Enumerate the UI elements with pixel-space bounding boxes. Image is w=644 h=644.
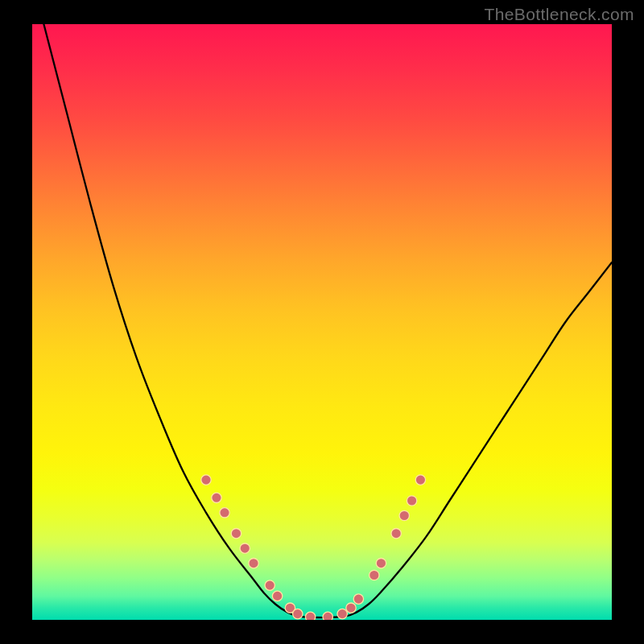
chart-svg — [32, 24, 612, 620]
data-marker — [323, 612, 332, 620]
data-marker — [249, 559, 258, 568]
data-marker — [399, 510, 409, 520]
data-marker — [212, 493, 221, 502]
data-marker — [265, 580, 275, 590]
data-marker — [407, 496, 416, 506]
data-marker — [353, 594, 363, 604]
chart-plot-area — [32, 24, 612, 620]
data-marker — [231, 529, 241, 539]
data-marker — [376, 559, 386, 568]
marker-group — [201, 475, 426, 620]
data-marker — [415, 475, 425, 485]
data-marker — [337, 609, 347, 618]
attribution-label: TheBottleneck.com — [484, 5, 634, 24]
data-marker — [369, 570, 379, 580]
data-marker — [391, 529, 401, 539]
data-marker — [201, 475, 211, 485]
bottleneck-curve — [43, 24, 612, 617]
data-marker — [293, 609, 303, 618]
data-marker — [220, 508, 229, 518]
data-marker — [305, 612, 315, 620]
curve-group — [43, 24, 612, 617]
data-marker — [346, 603, 356, 613]
data-marker — [240, 543, 250, 553]
data-marker — [272, 591, 282, 601]
